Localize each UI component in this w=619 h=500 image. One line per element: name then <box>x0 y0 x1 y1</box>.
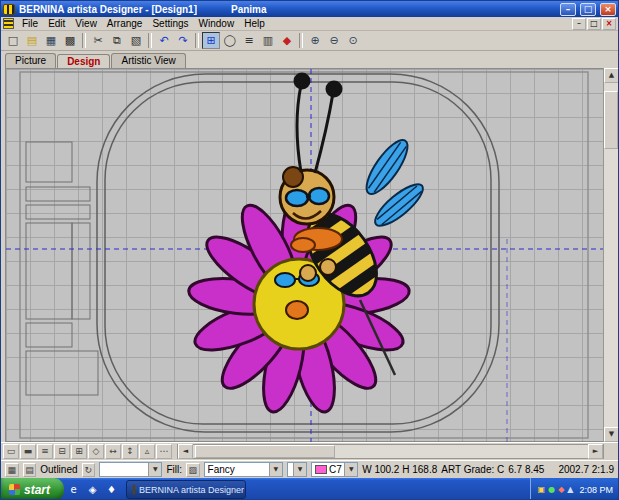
show-hoop-icon[interactable]: ◯ <box>221 32 239 49</box>
start-button-label: start <box>24 483 50 497</box>
vertical-scrollbar[interactable]: ▲ ▼ <box>603 68 618 442</box>
title-bar[interactable]: BERNINA artista Designer - [Design1] Pan… <box>1 1 618 17</box>
tray-icon-3[interactable]: ◆ <box>558 485 564 495</box>
redo-icon[interactable]: ↷ <box>174 32 192 49</box>
paste-icon[interactable]: ▧ <box>127 32 145 49</box>
open-icon[interactable]: ▤ <box>23 32 41 49</box>
application-window: BERNINA artista Designer - [Design1] Pan… <box>0 0 619 500</box>
stitch-count-readout: 2002.7 2:1.9 <box>558 464 614 475</box>
system-tray: ▣ ● ◆ ▲ 2:08 PM <box>530 478 619 500</box>
quick-launch-icon-3[interactable]: ♦ <box>104 482 119 498</box>
menu-window[interactable]: Window <box>194 18 240 29</box>
design-canvas[interactable] <box>5 68 605 442</box>
taskbar-window-button[interactable]: BERNINA artista Designer <box>126 480 246 499</box>
app-icon <box>3 4 15 15</box>
taskbar: start e ◈ ♦ BERNINA artista Designer ▣ ●… <box>1 478 619 500</box>
embroidery-design-bee-on-flower[interactable] <box>187 74 429 416</box>
bottombar-icon-1[interactable]: ▭ <box>3 444 19 459</box>
thread-colors-icon[interactable]: ◆ <box>278 32 296 49</box>
taskbar-clock[interactable]: 2:08 PM <box>579 485 613 495</box>
bottom-toolbar: ▭ ▬ ≡ ⊟ ⊞ ◇ ↔ ↕ ▵ ⋯ ◄ ► <box>1 442 619 460</box>
horizontal-scroll-track[interactable] <box>193 445 588 458</box>
scroll-left-button[interactable]: ◄ <box>178 444 193 459</box>
doc-close-button[interactable]: × <box>602 18 616 30</box>
art-grade-readout: ART Grade: C <box>441 464 504 475</box>
bottombar-icon-3[interactable]: ≡ <box>37 444 53 459</box>
status-select-icon[interactable]: ▤ <box>23 463 37 477</box>
bottombar-icon-7[interactable]: ↔ <box>105 444 121 459</box>
document-icon <box>3 18 14 29</box>
chevron-down-icon[interactable]: ▼ <box>344 463 357 476</box>
scroll-right-button[interactable]: ► <box>588 444 603 459</box>
zoom-out-icon[interactable]: ⊖ <box>325 32 343 49</box>
refresh-icon[interactable]: ↻ <box>82 463 96 477</box>
bottombar-icon-6[interactable]: ◇ <box>88 444 104 459</box>
tab-design[interactable]: Design <box>57 54 110 69</box>
bee-head[interactable] <box>280 167 334 224</box>
close-button[interactable]: × <box>600 3 616 16</box>
status-grid-icon[interactable]: ▦ <box>5 463 19 477</box>
fill-type-value: Fancy <box>208 464 235 475</box>
thread-color-combobox[interactable]: C7 ▼ <box>311 462 358 477</box>
main-toolbar: □ ▤ ▦ ▩ ✂ ⧉ ▧ ↶ ↷ ⊞ ◯ ≡ ▥ ◆ ⊕ ⊖ ⊙ <box>1 31 618 51</box>
chevron-down-icon[interactable]: ▼ <box>148 463 161 476</box>
scroll-up-button[interactable]: ▲ <box>604 68 619 83</box>
maximize-button[interactable]: □ <box>580 3 596 16</box>
bottombar-icon-9[interactable]: ▵ <box>139 444 155 459</box>
template-shapes <box>26 142 98 395</box>
menu-arrange[interactable]: Arrange <box>102 18 148 29</box>
bottombar-icon-10[interactable]: ⋯ <box>156 444 172 459</box>
bee-wings[interactable] <box>360 134 429 231</box>
window-title: BERNINA artista Designer - [Design1] <box>19 4 197 15</box>
menu-bar: File Edit View Arrange Settings Window H… <box>1 17 618 31</box>
menu-file[interactable]: File <box>17 18 43 29</box>
fill-pattern-icon[interactable]: ▨ <box>186 463 200 477</box>
save-icon[interactable]: ▦ <box>42 32 60 49</box>
show-grid-icon[interactable]: ⊞ <box>202 32 220 49</box>
mini-combobox[interactable]: ▼ <box>287 462 307 477</box>
outlined-label: Outlined <box>40 464 77 475</box>
bottombar-icon-5[interactable]: ⊞ <box>71 444 87 459</box>
menu-edit[interactable]: Edit <box>43 18 70 29</box>
dimensions-readout: W 100.2 H 168.8 <box>362 464 437 475</box>
vertical-scroll-thumb[interactable] <box>604 91 618 149</box>
horizontal-scroll-thumb[interactable] <box>195 445 335 458</box>
new-icon[interactable]: □ <box>4 32 22 49</box>
menu-help[interactable]: Help <box>239 18 270 29</box>
tab-artistic-view[interactable]: Artistic View <box>111 53 185 68</box>
horizontal-scrollbar[interactable]: ◄ ► <box>177 444 604 459</box>
doc-restore-button[interactable]: □ <box>587 18 601 30</box>
zoom-1to1-icon[interactable]: ⊙ <box>344 32 362 49</box>
outline-combobox[interactable]: ▼ <box>99 462 162 477</box>
start-button[interactable]: start <box>1 478 64 500</box>
chevron-down-icon[interactable]: ▼ <box>293 463 306 476</box>
doc-minimize-button[interactable]: – <box>572 18 586 30</box>
quick-launch-icon-1[interactable]: e <box>66 482 81 498</box>
copy-icon[interactable]: ⧉ <box>108 32 126 49</box>
print-icon[interactable]: ▩ <box>61 32 79 49</box>
tray-icon-4[interactable]: ▲ <box>567 485 573 495</box>
bottombar-icon-2[interactable]: ▬ <box>20 444 36 459</box>
coordinates-readout: 6.7 8.45 <box>508 464 544 475</box>
tab-picture[interactable]: Picture <box>5 53 56 68</box>
windows-flag-icon <box>9 484 20 495</box>
bottombar-icon-8[interactable]: ↕ <box>122 444 138 459</box>
fill-label: Fill: <box>166 464 182 475</box>
chevron-down-icon[interactable]: ▼ <box>269 463 282 476</box>
zoom-in-icon[interactable]: ⊕ <box>306 32 324 49</box>
bottombar-icon-4[interactable]: ⊟ <box>54 444 70 459</box>
scroll-down-button[interactable]: ▼ <box>604 427 619 442</box>
menu-view[interactable]: View <box>70 18 102 29</box>
color-film-icon[interactable]: ▥ <box>259 32 277 49</box>
menu-settings[interactable]: Settings <box>147 18 193 29</box>
cut-icon[interactable]: ✂ <box>89 32 107 49</box>
quick-launch-icon-2[interactable]: ◈ <box>85 482 100 498</box>
vertical-scroll-track[interactable] <box>604 83 618 427</box>
tray-icon-2[interactable]: ● <box>548 485 555 495</box>
minimize-button[interactable]: – <box>560 3 576 16</box>
undo-icon[interactable]: ↶ <box>155 32 173 49</box>
window-title-secondary: Panima <box>231 4 267 15</box>
fill-type-combobox[interactable]: Fancy ▼ <box>204 462 283 477</box>
stitch-view-icon[interactable]: ≡ <box>240 32 258 49</box>
tray-icon-1[interactable]: ▣ <box>538 485 546 495</box>
